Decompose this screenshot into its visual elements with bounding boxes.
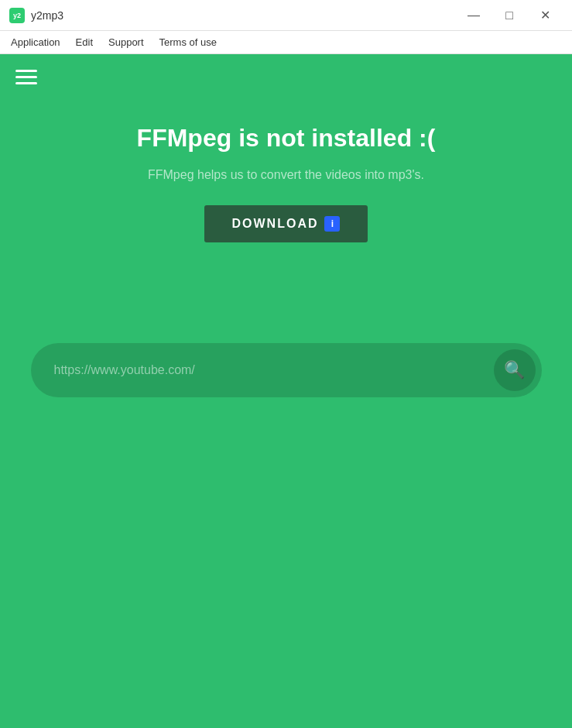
hamburger-line-1 [15,70,37,72]
window-title: y2mp3 [31,9,63,22]
main-content: FFMpeg is not installed :( FFMpeg helps … [0,54,572,728]
title-bar-controls: — □ ✕ [456,3,563,28]
title-bar-left: y2 y2mp3 [9,8,63,23]
title-bar: y2 y2mp3 — □ ✕ [0,0,572,31]
message-container: FFMpeg is not installed :( FFMpeg helps … [106,124,467,242]
download-button[interactable]: DOWNLOAD i [204,205,368,242]
sub-text: FFMpeg helps us to convert the videos in… [137,168,436,182]
main-heading: FFMpeg is not installed :( [137,124,436,153]
search-container: 🔍 [31,343,542,397]
minimize-button[interactable]: — [456,3,492,28]
download-button-label: DOWNLOAD [232,217,319,231]
app-icon: y2 [9,8,25,23]
menu-item-terms[interactable]: Terms of use [152,33,224,51]
hamburger-line-3 [15,82,37,84]
close-button[interactable]: ✕ [527,3,563,28]
search-icon: 🔍 [504,360,525,380]
app-icon-text: y2 [13,12,21,19]
url-search-input[interactable] [31,343,542,397]
menu-item-support[interactable]: Support [101,33,152,51]
search-button[interactable]: 🔍 [494,349,536,391]
menu-item-application[interactable]: Application [3,33,68,51]
download-info-badge: i [324,216,340,232]
hamburger-menu-button[interactable] [12,67,40,88]
maximize-button[interactable]: □ [492,3,527,28]
menu-bar: Application Edit Support Terms of use [0,31,572,54]
hamburger-line-2 [15,76,37,78]
menu-item-edit[interactable]: Edit [68,33,101,51]
